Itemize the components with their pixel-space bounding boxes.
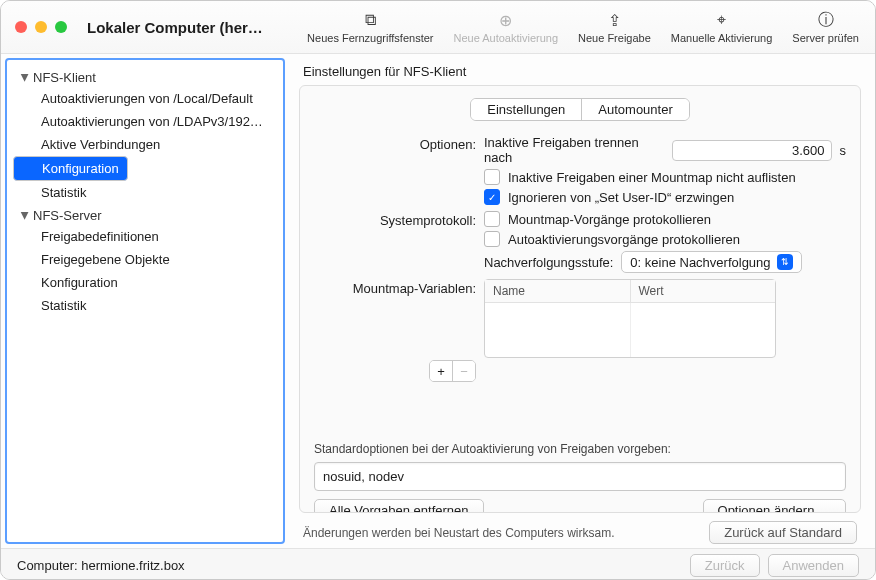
info-icon: ⓘ (818, 10, 834, 30)
sidebar-group-nfs-client[interactable]: ▶ NFS-Klient (7, 66, 283, 87)
add-remove-buttons: + − (429, 360, 476, 382)
chevron-down-icon: ▶ (20, 212, 31, 220)
toolbar-check-server[interactable]: ⓘ Server prüfen (792, 10, 859, 44)
tab-einstellungen[interactable]: Einstellungen (471, 99, 582, 120)
label-mmvars: Mountmap-Variablen: (314, 279, 484, 296)
label-syslog: Systemprotokoll: (314, 211, 484, 228)
remove-all-defaults-button[interactable]: Alle Vorgaben entfernen (314, 499, 484, 513)
toolbar-label: Neues Fernzugriffsfenster (307, 32, 433, 44)
toolbar-new-auto: ⊕ Neue Autoaktivierung (453, 10, 558, 44)
checkbox-log-mountmap[interactable] (484, 211, 500, 227)
table-header: Name Wert (485, 280, 775, 303)
checkbox-nolist[interactable] (484, 169, 500, 185)
checkbox-label: Ignorieren von „Set User-ID“ erzwingen (508, 190, 734, 205)
tab-automounter[interactable]: Automounter (582, 99, 688, 120)
sidebar-item-shared-obj[interactable]: Freigegebene Objekte (7, 248, 283, 271)
row-syslog: Systemprotokoll: Mountmap-Vorgänge proto… (314, 211, 846, 273)
checkbox-setuid[interactable]: ✓ (484, 189, 500, 205)
mountmap-table[interactable]: Name Wert (484, 279, 776, 358)
label-trace-level: Nachverfolgungsstufe: (484, 255, 613, 270)
manual-activation-icon: ⌖ (717, 10, 726, 30)
label-options: Optionen: (314, 135, 484, 152)
page-title: Einstellungen für NFS-Klient (285, 54, 875, 85)
traffic-lights (1, 21, 81, 33)
sidebar-group-label: NFS-Klient (33, 70, 96, 85)
main-pane: Einstellungen für NFS-Klient Einstellung… (285, 54, 875, 548)
toolbar-label: Server prüfen (792, 32, 859, 44)
new-remote-icon: ⧉ (365, 10, 376, 30)
apply-button: Anwenden (768, 554, 859, 577)
fullscreen-window-button[interactable] (55, 21, 67, 33)
back-button: Zurück (690, 554, 760, 577)
select-value: 0: keine Nachverfolgung (630, 255, 770, 270)
reset-to-default-button[interactable]: Zurück auf Standard (709, 521, 857, 544)
col-value: Wert (631, 280, 776, 302)
chevron-down-icon: ▶ (20, 74, 31, 82)
toolbar-new-remote[interactable]: ⧉ Neues Fernzugriffsfenster (307, 10, 433, 44)
checkbox-log-auto[interactable] (484, 231, 500, 247)
settings-panel: Einstellungen Automounter Optionen: Inak… (299, 85, 861, 513)
toolbar-new-share[interactable]: ⇪ Neue Freigabe (578, 10, 651, 44)
close-window-button[interactable] (15, 21, 27, 33)
window-title: Lokaler Computer (her… (87, 19, 263, 36)
sidebar: ▶ NFS-Klient Autoaktivierungen von /Loca… (5, 58, 285, 544)
row-mmvars-buttons: + − (314, 360, 846, 382)
col-name: Name (485, 280, 631, 302)
app-window: Lokaler Computer (her… ⧉ Neues Fernzugri… (0, 0, 876, 580)
sidebar-item-active-conns[interactable]: Aktive Verbindungen (7, 133, 283, 156)
under-panel-row: Änderungen werden bei Neustart des Compu… (285, 521, 875, 548)
tab-bar: Einstellungen Automounter (314, 98, 846, 121)
checkbox-label: Mountmap-Vorgänge protokollieren (508, 212, 711, 227)
sidebar-item-statistik2[interactable]: Statistik (7, 294, 283, 317)
edit-options-button[interactable]: Optionen ändern … (703, 499, 846, 513)
sidebar-item-konfiguration2[interactable]: Konfiguration (7, 271, 283, 294)
default-options-block: Standardoptionen bei der Autoaktivierung… (314, 442, 846, 513)
sidebar-item-autoakt-ldap[interactable]: Autoaktivierungen von /LDAPv3/192… (7, 110, 283, 133)
checkbox-label: Autoaktivierungsvorgänge protokollieren (508, 232, 740, 247)
segmented-control: Einstellungen Automounter (470, 98, 690, 121)
checkbox-label: Inaktive Freigaben einer Mountmap nicht … (508, 170, 796, 185)
sidebar-group-label: NFS-Server (33, 208, 102, 223)
toolbar-label: Neue Autoaktivierung (453, 32, 558, 44)
status-bar: Computer: hermione.fritz.box Zurück Anwe… (1, 548, 875, 580)
toolbar-label: Neue Freigabe (578, 32, 651, 44)
sidebar-group-nfs-server[interactable]: ▶ NFS-Server (7, 204, 283, 225)
computer-label: Computer: hermione.fritz.box (17, 558, 185, 573)
reboot-note: Änderungen werden bei Neustart des Compu… (303, 526, 614, 540)
remove-button: − (453, 361, 475, 381)
content-area: ▶ NFS-Klient Autoaktivierungen von /Loca… (1, 54, 875, 548)
new-share-icon: ⇪ (608, 10, 621, 30)
chevron-updown-icon: ⇅ (777, 254, 793, 270)
sidebar-tree: ▶ NFS-Klient Autoaktivierungen von /Loca… (7, 66, 283, 317)
table-body[interactable] (485, 303, 775, 357)
timeout-unit: s (840, 143, 847, 158)
titlebar: Lokaler Computer (her… ⧉ Neues Fernzugri… (1, 1, 875, 54)
default-options-field[interactable]: nosuid, nodev (314, 462, 846, 491)
sidebar-item-statistik[interactable]: Statistik (7, 181, 283, 204)
row-options: Optionen: Inaktive Freigaben trennen nac… (314, 135, 846, 205)
sidebar-item-share-defs[interactable]: Freigabedefinitionen (7, 225, 283, 248)
default-options-title: Standardoptionen bei der Autoaktivierung… (314, 442, 846, 456)
minimize-window-button[interactable] (35, 21, 47, 33)
timeout-field[interactable]: 3.600 (672, 140, 831, 161)
timeout-text: Inaktive Freigaben trennen nach (484, 135, 664, 165)
toolbar-label: Manuelle Aktivierung (671, 32, 773, 44)
toolbar-manual-activation[interactable]: ⌖ Manuelle Aktivierung (671, 10, 773, 44)
add-button[interactable]: + (430, 361, 453, 381)
new-auto-icon: ⊕ (499, 10, 512, 30)
toolbar: ⧉ Neues Fernzugriffsfenster ⊕ Neue Autoa… (263, 10, 875, 44)
sidebar-item-konfiguration[interactable]: Konfiguration (13, 156, 128, 181)
row-mmvars: Mountmap-Variablen: Name Wert (314, 279, 846, 358)
trace-level-select[interactable]: 0: keine Nachverfolgung ⇅ (621, 251, 801, 273)
sidebar-item-autoakt-local[interactable]: Autoaktivierungen von /Local/Default (7, 87, 283, 110)
